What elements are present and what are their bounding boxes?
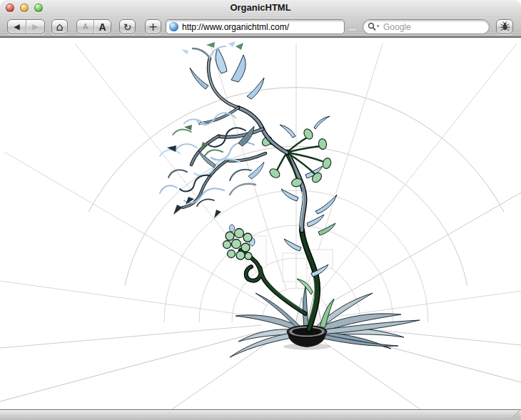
search-input[interactable]: [363, 19, 490, 34]
refresh-icon: ↻: [123, 21, 132, 33]
address-input[interactable]: [166, 19, 345, 34]
text-smaller-label: A: [83, 23, 88, 31]
back-button[interactable]: ◀: [8, 20, 26, 34]
plant-tangle: [160, 58, 287, 208]
browser-window: OrganicHTML ◀ ▶ ⌂ A A ↻ +: [0, 0, 521, 420]
search-dropdown-arrow-icon: [377, 26, 380, 28]
back-icon: ◀: [14, 22, 19, 31]
status-bar: [0, 409, 521, 420]
report-bug-button[interactable]: [496, 19, 513, 34]
text-size-group: A A: [76, 19, 111, 34]
plus-icon: +: [148, 21, 158, 33]
globe-icon: [169, 22, 178, 31]
search-icon: [368, 22, 380, 31]
bug-icon: [500, 21, 510, 32]
plant-berries: [223, 225, 256, 260]
organic-plant-canvas[interactable]: [0, 39, 521, 409]
window-title: OrganicHTML: [0, 0, 521, 16]
text-larger-button[interactable]: A: [93, 20, 111, 34]
perspective-grid: [0, 43, 521, 409]
search-bar: [363, 19, 490, 34]
page-content: Url: ▶: [0, 39, 521, 409]
text-smaller-button[interactable]: A: [77, 20, 93, 34]
back-forward-group: ◀ ▶: [7, 19, 45, 34]
address-bar: [166, 19, 345, 34]
home-icon: ⌂: [56, 21, 63, 33]
forward-button[interactable]: ▶: [26, 20, 44, 34]
forward-icon: ▶: [32, 22, 38, 31]
text-larger-label: A: [98, 21, 106, 33]
plant-illustration: [160, 41, 420, 357]
title-bar[interactable]: OrganicHTML ◀ ▶ ⌂ A A ↻ +: [0, 0, 521, 38]
add-bookmark-button[interactable]: +: [145, 19, 161, 34]
home-button[interactable]: ⌂: [51, 19, 68, 34]
resize-grip[interactable]: [511, 410, 520, 419]
refresh-button[interactable]: ↻: [119, 19, 136, 34]
field-resize-handle[interactable]: [349, 25, 356, 29]
plant-top-sprigs: [181, 41, 264, 99]
